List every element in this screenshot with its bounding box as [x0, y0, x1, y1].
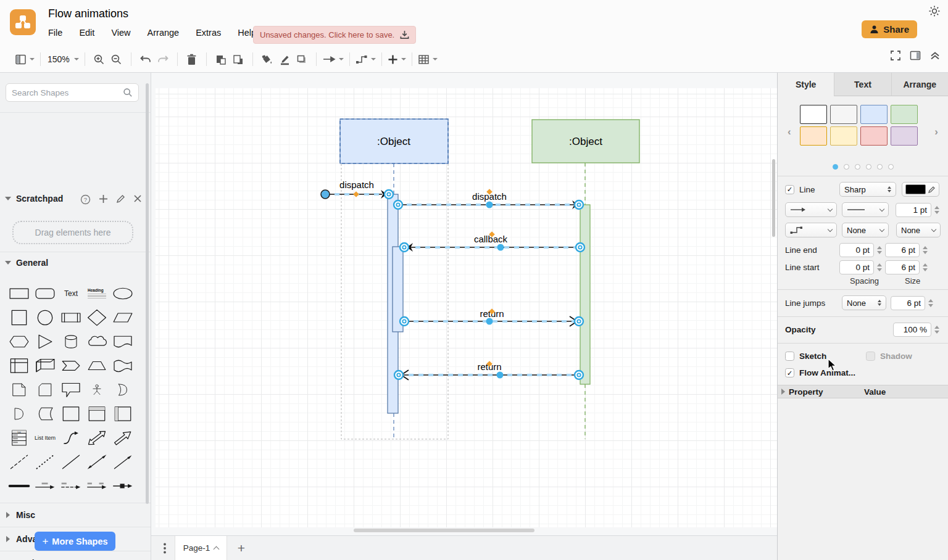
line-color-picker[interactable]: [902, 182, 939, 197]
drawio-logo-icon[interactable]: [10, 9, 36, 35]
edge-endpoint-handle[interactable]: [385, 190, 393, 199]
preset-green[interactable]: [891, 105, 918, 124]
edge-return-1[interactable]: return: [400, 308, 583, 326]
shape-arrow[interactable]: [110, 426, 136, 450]
line-end-size-field[interactable]: 6 pt: [885, 243, 920, 257]
shape-text[interactable]: Text: [58, 281, 84, 305]
property-table-header[interactable]: Property Value: [778, 385, 948, 398]
general-section-header[interactable]: General: [5, 258, 48, 268]
line-start-size-field[interactable]: 6 pt: [885, 260, 920, 274]
stepper[interactable]: [875, 260, 883, 274]
delete-button[interactable]: [183, 50, 201, 68]
shape-line[interactable]: [58, 450, 84, 474]
edge-endpoint-handle[interactable]: [575, 317, 583, 326]
to-back-button[interactable]: [230, 50, 247, 68]
table-button[interactable]: [418, 50, 438, 68]
edge-endpoint-handle[interactable]: [575, 200, 583, 209]
shape-hexagon[interactable]: [6, 329, 32, 353]
line-style-select[interactable]: Sharp: [839, 182, 896, 197]
close-scratchpad-icon[interactable]: [133, 194, 142, 203]
flow-animation-checkbox[interactable]: ✓: [785, 368, 794, 377]
sketch-checkbox[interactable]: [785, 352, 794, 361]
stepper[interactable]: [921, 243, 929, 257]
edge-return-2[interactable]: return: [394, 361, 583, 380]
edge-endpoint-handle[interactable]: [394, 371, 403, 379]
opacity-stepper[interactable]: [933, 323, 941, 337]
section-basic[interactable]: Basic: [0, 551, 151, 560]
preset-orange[interactable]: [800, 126, 827, 146]
preset-white[interactable]: [800, 105, 827, 124]
redo-button[interactable]: [154, 50, 172, 68]
tab-text[interactable]: Text: [834, 73, 891, 96]
shape-square[interactable]: [6, 305, 32, 329]
view-panels-button[interactable]: [15, 50, 35, 68]
horizontal-scrollbar[interactable]: [354, 529, 534, 532]
shape-ellipse[interactable]: [110, 281, 136, 305]
edge-dispatch-2[interactable]: dispatch: [394, 189, 583, 209]
edge-callback[interactable]: callback: [400, 231, 584, 252]
shape-heading[interactable]: Heading: [84, 281, 110, 305]
perimeter-end-select[interactable]: None: [896, 223, 941, 237]
edge-waypoint-handle[interactable]: [486, 318, 493, 325]
edge-dispatch-1[interactable]: dispatch: [321, 179, 393, 199]
line-width-field[interactable]: 1 pt: [896, 203, 931, 217]
shape-link[interactable]: [6, 474, 32, 498]
line-dash-select[interactable]: [842, 202, 889, 217]
line-color-button[interactable]: [276, 50, 293, 68]
shape-process[interactable]: [58, 305, 84, 329]
shadow-checkbox[interactable]: [866, 352, 875, 361]
shape-container[interactable]: [58, 401, 84, 426]
shape-actor[interactable]: [84, 377, 110, 401]
shape-bidirectional-arrow[interactable]: [84, 426, 110, 450]
right-activation-bar[interactable]: [580, 205, 590, 384]
shape-bidirectional-connector[interactable]: [84, 450, 110, 474]
insert-button[interactable]: [388, 50, 406, 68]
unsaved-changes-banner[interactable]: Unsaved changes. Click here to save.: [253, 26, 416, 44]
menu-arrange[interactable]: Arrange: [148, 28, 180, 38]
shape-diamond[interactable]: [84, 305, 110, 329]
connection-style-button[interactable]: [322, 50, 344, 68]
shape-cylinder[interactable]: [58, 329, 84, 353]
shape-document[interactable]: [110, 329, 136, 353]
menu-edit[interactable]: Edit: [79, 28, 94, 38]
shape-dotted-line[interactable]: [32, 450, 58, 474]
edge-endpoint-handle[interactable]: [576, 243, 584, 252]
to-front-button[interactable]: [212, 50, 230, 68]
shape-directional-connector[interactable]: [110, 450, 136, 474]
format-panel-toggle-button[interactable]: [910, 51, 921, 60]
preset-gray[interactable]: [830, 105, 857, 124]
waypoints-select[interactable]: [785, 223, 837, 237]
shape-rectangle[interactable]: [6, 281, 32, 305]
shape-data-storage[interactable]: [32, 401, 58, 426]
left-object-box[interactable]: :Object: [340, 119, 448, 163]
preset-purple[interactable]: [891, 126, 918, 146]
line-width-stepper[interactable]: [933, 203, 941, 217]
shape-card[interactable]: [32, 377, 58, 401]
waypoint-style-button[interactable]: [356, 50, 376, 68]
shape-horizontal-container[interactable]: [110, 401, 136, 426]
share-button[interactable]: Share: [862, 20, 917, 38]
add-scratchpad-icon[interactable]: [99, 194, 108, 204]
collapse-toolbar-button[interactable]: [929, 51, 941, 60]
stepper[interactable]: [921, 260, 929, 274]
more-shapes-button[interactable]: +More Shapes: [35, 532, 115, 551]
shape-or[interactable]: [110, 377, 136, 401]
theme-toggle-button[interactable]: [928, 5, 941, 20]
preset-yellow[interactable]: [830, 126, 857, 146]
help-icon[interactable]: ?: [80, 194, 91, 205]
fullscreen-button[interactable]: [890, 50, 901, 61]
shape-note[interactable]: [6, 377, 32, 401]
stepper[interactable]: [875, 243, 883, 257]
connection-ends-select[interactable]: [785, 202, 837, 217]
page-tab[interactable]: Page-1: [175, 536, 227, 560]
shape-and[interactable]: [6, 401, 32, 426]
line-start-spacing-field[interactable]: 0 pt: [839, 260, 874, 274]
shape-internal-storage[interactable]: [6, 353, 32, 377]
shape-callout[interactable]: [58, 377, 84, 401]
edge-endpoint-handle[interactable]: [321, 190, 330, 199]
scratchpad-header[interactable]: Scratchpad: [5, 194, 63, 204]
line-jumps-size-field[interactable]: 6 pt: [891, 296, 925, 310]
presets-next-button[interactable]: ›: [934, 126, 938, 138]
shape-trapezoid[interactable]: [84, 353, 110, 377]
left-activation-bar[interactable]: [388, 194, 403, 413]
